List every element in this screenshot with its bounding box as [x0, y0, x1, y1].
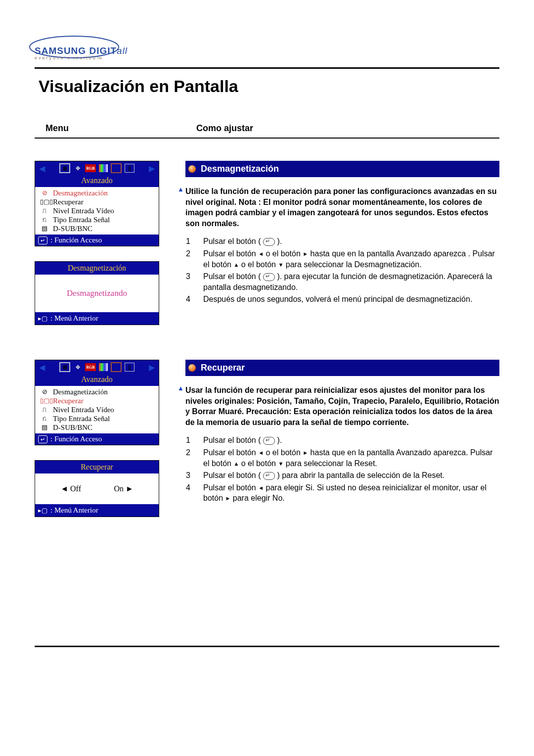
step-text: Pulsar el botón ( ). para ejecutar la fu…: [203, 271, 499, 293]
step-row: 1Pulsar el botón ( ).: [185, 434, 499, 447]
osd-item-icon: ▧: [40, 224, 49, 233]
step-text: Pulsar el botón ( ).: [203, 434, 499, 447]
left-triangle-icon: ◄: [258, 450, 264, 456]
osd-item-label: Nivel Entrada Vídeo: [53, 405, 114, 414]
right-triangle-icon: ▶: [149, 164, 155, 173]
step-number: 2: [185, 447, 203, 470]
on-option: On ►: [114, 484, 133, 493]
doc-icon: ▯: [125, 164, 134, 173]
osd-item-label: Nivel Entrada Vídeo: [53, 206, 114, 215]
section-header-recall: Recuperar: [185, 360, 499, 376]
osd-item-label: Recuperar: [53, 197, 84, 206]
osd-degauss-panel: Desmagnetización Desmagnetizando ▸▢: Men…: [35, 261, 159, 325]
down-triangle-icon: ▼: [278, 262, 283, 268]
col-header-menu: Menu: [35, 123, 196, 134]
screen-icon: [111, 362, 122, 372]
step-text: Pulsar el botón ◄ para elegir Si. Si ust…: [203, 482, 499, 505]
enter-button-icon: [263, 472, 275, 480]
right-triangle-icon: ►: [225, 496, 230, 502]
osd-footer: : Función Acceso: [50, 435, 102, 443]
bullet-icon: [188, 165, 196, 173]
osd-subtitle: Avanzado: [35, 374, 159, 386]
right-triangle-icon: ►: [303, 251, 308, 257]
panel-footer: : Menú Anterior: [50, 506, 98, 515]
brand-ital: all: [117, 46, 128, 56]
osd-item: ▧D-SUB/BNC: [38, 423, 159, 432]
step-text: Pulsar el botón ( ).: [203, 236, 499, 248]
position-icon: ⊞: [59, 163, 70, 173]
exit-icon: ▸▢: [38, 507, 47, 515]
osd-item-icon: ▯▢▯: [40, 197, 49, 206]
step-row: 3Pulsar el botón ( ). para ejecutar la f…: [185, 271, 499, 293]
osd-item-icon: ⎌: [40, 215, 49, 224]
step-row: 4Después de unos segundos, volverá el me…: [185, 293, 499, 306]
panel-footer: : Menú Anterior: [50, 314, 98, 323]
osd-menu-advanced-2: ◀ ⊞ ✥ RGB ▯ ▶ Avanzado ⊘Desmagnetización…: [35, 360, 159, 445]
osd-item-icon: ⊘: [40, 189, 49, 197]
enter-button-icon: [263, 437, 275, 445]
osd-item-icon: ⎍: [40, 206, 49, 215]
osd-footer: : Función Acceso: [50, 236, 102, 244]
color-bars-icon: [99, 164, 108, 172]
step-number: 3: [185, 271, 203, 293]
left-triangle-icon: ◄: [258, 485, 264, 491]
left-triangle-icon: ◀: [39, 363, 45, 372]
column-headers: Menu Como ajustar: [35, 123, 499, 134]
osd-item-label: D-SUB/BNC: [53, 423, 92, 432]
down-triangle-icon: ▼: [278, 461, 283, 467]
step-number: 3: [185, 470, 203, 482]
enter-key-icon: ↵: [38, 236, 47, 244]
step-row: 4Pulsar el botón ◄ para elegir Si. Si us…: [185, 482, 499, 505]
position-icon: ⊞: [59, 362, 70, 372]
osd-item: ⊘Desmagnetización: [38, 387, 159, 396]
panel-title: Desmagnetización: [35, 262, 159, 275]
step-row: 2Pulsar el botón ◄ o el botón ► hasta qu…: [185, 248, 499, 271]
bottom-divider: [35, 646, 499, 647]
osd-item: ▧D-SUB/BNC: [38, 224, 159, 233]
brand-sub: DIGIT: [89, 46, 117, 56]
panel-title: Recuperar: [35, 461, 159, 473]
step-number: 4: [185, 482, 203, 505]
panel-body: Desmagnetizando: [35, 275, 159, 312]
divider: [35, 67, 499, 69]
brand-logo: SAMSUNG DIGITall everyone's invitedTM: [35, 35, 499, 60]
osd-item: ⎍Nivel Entrada Vídeo: [38, 206, 159, 215]
doc-icon: ▯: [125, 363, 134, 372]
osd-recall-panel: Recuperar ◄ Off On ► ▸▢: Menú Anterior: [35, 460, 159, 517]
step-number: 4: [185, 293, 203, 306]
right-triangle-icon: ▶: [149, 363, 155, 372]
rgb-icon: RGB: [85, 363, 96, 371]
step-row: 3Pulsar el botón ( ) para abrir la panta…: [185, 470, 499, 482]
osd-item-icon: ▧: [40, 423, 49, 432]
osd-item: ⎌Tipo Entrada Señal: [38, 215, 159, 224]
step-number: 1: [185, 434, 203, 447]
step-number: 1: [185, 236, 203, 248]
osd-item-label: Desmagnetización: [53, 189, 108, 197]
step-text: Pulsar el botón ◄ o el botón ► hasta que…: [203, 248, 499, 271]
enter-key-icon: ↵: [38, 435, 47, 443]
step-text: Después de unos segundos, volverá el men…: [203, 293, 499, 306]
section2-intro: ▲ Usar la función de recuperar para rein…: [185, 385, 499, 427]
osd-item-label: D-SUB/BNC: [53, 224, 92, 233]
osd-item-label: Desmagnetización: [53, 387, 108, 396]
osd-item-icon: ⊘: [40, 387, 49, 396]
step-text: Pulsar el botón ◄ o el botón ► hasta que…: [203, 447, 499, 470]
trademark: TM: [97, 56, 102, 60]
enter-button-icon: [263, 238, 275, 246]
section-title: Desmagnetización: [201, 164, 279, 174]
osd-item: ⎍Nivel Entrada Vídeo: [38, 405, 159, 414]
osd-item-icon: ⎌: [40, 414, 49, 423]
left-triangle-icon: ◄: [258, 251, 264, 257]
bullet-icon: [188, 364, 196, 372]
step-row: 1Pulsar el botón ( ).: [185, 236, 499, 248]
scroll-up-icon: ▲: [178, 185, 184, 194]
page-title: Visualización en Pantalla: [39, 77, 499, 96]
section2-steps: 1Pulsar el botón ( ).2Pulsar el botón ◄ …: [185, 434, 499, 505]
section-title: Recuperar: [201, 363, 245, 373]
scroll-up-icon: ▲: [178, 384, 184, 393]
osd-item-label: Tipo Entrada Señal: [53, 215, 110, 224]
osd-item: ⊘Desmagnetización: [38, 189, 159, 197]
osd-item: ⎌Tipo Entrada Señal: [38, 414, 159, 423]
section1-steps: 1Pulsar el botón ( ).2Pulsar el botón ◄ …: [185, 236, 499, 306]
osd-menu-advanced-1: ◀ ⊞ ✥ RGB ▯ ▶ Avanzado ⊘Desmagnetización…: [35, 161, 159, 246]
